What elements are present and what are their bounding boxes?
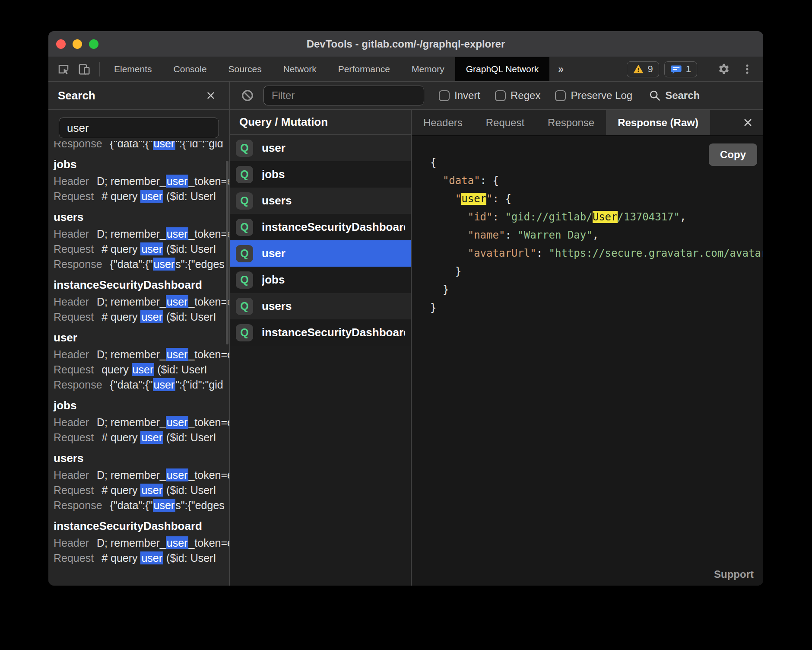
settings-gear-icon[interactable] [715, 60, 733, 78]
message-icon [670, 64, 682, 75]
close-search-icon[interactable] [202, 86, 220, 105]
result-group-title[interactable]: instanceSecurityDashboard [54, 278, 229, 292]
result-row-response[interactable]: Response{"data":{"user":{"id":"gid [54, 377, 229, 392]
tab-elements[interactable]: Elements [103, 57, 163, 81]
match-highlight: user [166, 348, 189, 361]
query-item-user[interactable]: Quser [230, 135, 411, 161]
clear-block-icon[interactable] [238, 86, 257, 105]
result-row-request[interactable]: Request# query user ($id: UserI [54, 430, 229, 445]
value-text: ($id: UserI [163, 311, 216, 323]
checkbox-box-regex[interactable] [495, 90, 506, 101]
result-row-label: Response [54, 499, 102, 511]
toolbar-search-button[interactable]: Search [649, 89, 700, 102]
json-token: } [430, 284, 449, 296]
minimize-window-button[interactable] [73, 39, 82, 49]
detail-tab-headers[interactable]: Headers [412, 110, 474, 135]
result-row-request[interactable]: Request# query user ($id: UserI [54, 242, 229, 257]
checkbox-box-invert[interactable] [439, 90, 450, 101]
result-row-request[interactable]: Request# query user ($id: UserI [54, 309, 229, 325]
value-text: D; remember_ [97, 469, 166, 481]
query-item-jobs[interactable]: Qjobs [230, 161, 411, 188]
tab-network[interactable]: Network [273, 57, 327, 81]
result-row-header[interactable]: HeaderD; remember_user_token=e [54, 535, 229, 551]
tab-graphql-network[interactable]: GraphQL Network [455, 57, 549, 81]
match-highlight: user [166, 416, 189, 429]
result-group-title[interactable]: jobs [54, 398, 229, 412]
result-row-request[interactable]: Request# query user ($id: UserI [54, 483, 229, 498]
match-highlight: user [153, 141, 176, 150]
warning-icon [633, 64, 644, 75]
search-panel-title: Search [58, 89, 202, 102]
checkbox-invert[interactable]: Invert [439, 89, 480, 102]
inspect-element-icon[interactable] [54, 60, 73, 78]
result-group-title[interactable]: user [54, 331, 229, 344]
query-item-instancesecuritydashboard[interactable]: QinstanceSecurityDashboard [230, 319, 411, 346]
close-window-button[interactable] [56, 39, 66, 49]
value-text: ($id: UserI [163, 552, 216, 564]
result-row-header[interactable]: HeaderD; remember_user_token=e [54, 294, 229, 309]
tab-memory[interactable]: Memory [401, 57, 455, 81]
result-group-title[interactable]: instanceSecurityDashboard [54, 519, 229, 533]
query-item-user[interactable]: Quser [230, 240, 411, 267]
result-row-header[interactable]: HeaderD; remember_user_token=e [54, 468, 229, 483]
checkbox-regex[interactable]: Regex [495, 89, 540, 102]
result-row-label: Header [54, 416, 89, 428]
result-group-jobs: jobsHeaderD; remember_user_token=eReques… [54, 398, 229, 445]
value-text: {"data":{" [110, 379, 153, 391]
checkbox-preserve-log[interactable]: Preserve Log [555, 89, 632, 102]
copy-button[interactable]: Copy [709, 143, 757, 166]
result-group-title[interactable]: users [54, 210, 229, 224]
support-link[interactable]: Support [714, 568, 754, 580]
result-row-value: # query user ($id: UserI [102, 310, 216, 323]
result-row-response[interactable]: Response{"data":{"user":{"id":"gid [54, 141, 229, 151]
zoom-window-button[interactable] [89, 39, 98, 49]
tab-performance[interactable]: Performance [327, 57, 401, 81]
value-text: ($id: UserI [163, 243, 216, 255]
result-row-request[interactable]: Request# query user ($id: UserI [54, 189, 229, 204]
result-row-header[interactable]: HeaderD; remember_user_token=e [54, 415, 229, 430]
detail-tab-response[interactable]: Response [536, 110, 606, 135]
tab-sources[interactable]: Sources [218, 57, 273, 81]
query-item-label: users [262, 300, 292, 313]
json-token: , [593, 229, 599, 241]
result-row-request[interactable]: Requestquery user ($id: UserI [54, 362, 229, 377]
query-item-label: jobs [262, 168, 285, 181]
warnings-badge[interactable]: 9 [627, 61, 659, 77]
json-token [430, 211, 468, 223]
search-drawer: Search Response{"data":{"user":{"id":"gi… [48, 82, 230, 586]
json-token [430, 175, 443, 187]
kebab-menu-icon[interactable] [738, 60, 756, 78]
checkbox-box-preserve-log[interactable] [555, 90, 566, 101]
result-group-title[interactable]: jobs [54, 157, 229, 171]
value-text: D; remember_ [97, 296, 166, 308]
issues-badge[interactable]: 1 [664, 61, 697, 77]
value-text: # query [102, 190, 140, 202]
result-row-request[interactable]: Request# query user ($id: UserI [54, 551, 229, 566]
query-item-users[interactable]: Qusers [230, 293, 411, 319]
result-row-response[interactable]: Response{"data":{"users":{"edges [54, 498, 229, 513]
filter-input[interactable] [263, 86, 424, 105]
more-tabs-button[interactable]: » [549, 57, 572, 81]
result-row-response[interactable]: Response{"data":{"users":{"edges [54, 257, 229, 272]
tab-console[interactable]: Console [163, 57, 218, 81]
detail-tab-response-raw[interactable]: Response (Raw) [606, 110, 710, 135]
result-row-label: Header [54, 228, 89, 240]
close-detail-icon[interactable] [733, 110, 763, 135]
result-row-header[interactable]: HeaderD; remember_user_token=e [54, 174, 229, 189]
detail-tab-request[interactable]: Request [474, 110, 536, 135]
json-token: : { [480, 175, 499, 187]
graphql-panels: Query / Mutation QuserQjobsQusersQinstan… [230, 110, 763, 586]
result-row-header[interactable]: HeaderD; remember_user_token=e [54, 347, 229, 362]
result-row-value: # query user ($id: UserI [102, 190, 216, 203]
json-token: "https://secure.gravatar.com/avatar [549, 247, 763, 259]
result-row-label: Header [54, 175, 89, 187]
warning-count: 9 [648, 64, 653, 75]
search-input[interactable] [59, 118, 219, 138]
query-item-instancesecuritydashboard[interactable]: QinstanceSecurityDashboard [230, 214, 411, 240]
scrollbar-thumb[interactable] [226, 161, 228, 344]
result-group-title[interactable]: users [54, 451, 229, 465]
query-item-users[interactable]: Qusers [230, 188, 411, 214]
device-toolbar-icon[interactable] [75, 60, 93, 78]
query-item-jobs[interactable]: Qjobs [230, 267, 411, 293]
result-row-header[interactable]: HeaderD; remember_user_token=e [54, 226, 229, 242]
